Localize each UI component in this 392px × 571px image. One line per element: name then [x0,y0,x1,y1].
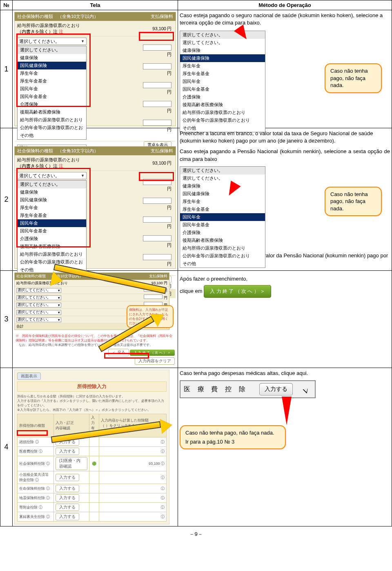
list-item[interactable]: 給与所得の源泉徴収票のとおり [18,250,86,258]
dropdown-list-2[interactable]: 選択してください。 健康保険 国民健康保険 厚生年金 厚生年金基金 国民年金 国… [17,180,87,274]
list-item[interactable]: 介護保険 [18,235,86,243]
input-button[interactable]: 入力する [56,448,79,455]
doc-table: № Tela Método de Operação 1 社会保険料の種類 （全角… [0,0,392,526]
amount-input[interactable] [143,120,172,126]
list-item[interactable]: 選択してください。 [180,167,265,174]
amount-input[interactable] [143,216,172,223]
row-num-2: 2 [0,128,13,271]
col-num: № [0,0,13,10]
op-text: Caso esteja pagando o seguro nacional de… [180,12,390,27]
list-item[interactable]: 国民年金 [18,219,86,227]
dropdown[interactable]: 選択してください。▾ [16,295,61,300]
dropdown[interactable]: 選択してください。▾ [16,288,61,293]
dropdown-1[interactable]: 選択してください。▼ [17,172,87,179]
dropdown-1[interactable]: 選択してください。▼ [17,38,87,45]
submit-button[interactable]: 入 力 終 了 （ 次 へ ） ＞ [130,350,175,356]
list-item[interactable]: 給与所得の源泉徴収票のとおり [18,116,86,124]
back-button[interactable]: ＜ 戻る [108,349,129,356]
list-item[interactable]: 厚生年金基金 [180,70,265,78]
chevron-down-icon: ▾ [58,288,60,292]
amount-input[interactable] [143,45,172,51]
list-item[interactable]: 厚生年金基金 [180,205,265,213]
list-item[interactable]: 国民年金基金 [18,93,86,100]
amount-input[interactable] [143,82,172,88]
op-text: Caso esteja pagando a Pensão Nacional (k… [180,148,390,163]
list-item[interactable]: 介護保険 [18,100,86,108]
input-button[interactable]: 入力する [56,504,79,511]
list-item[interactable]: 選択してください。 [18,181,86,188]
dropdown-list-1[interactable]: 選択してください。 健康保険 国民健康保険 厚生年金 厚生年金基金 国民年金 国… [17,46,87,140]
list-item[interactable]: 介護保険 [180,229,265,236]
chevron-down-icon: ▾ [58,296,60,300]
list-item[interactable]: 国民年金基金 [18,227,86,235]
input-button[interactable]: 入力する [56,494,79,502]
amount-input[interactable] [144,294,163,299]
list-item[interactable]: 健康保険 [180,182,265,190]
list-item[interactable]: 国民健康保険 [18,62,86,69]
list-item[interactable]: 公的年金等の源泉徴収票のとおり [180,116,265,124]
input-button[interactable]: 入力する [56,513,79,520]
red-arrow-icon [282,397,292,425]
list-item[interactable]: 健康保険 [18,54,86,62]
amount-input[interactable] [143,179,172,185]
list-item[interactable]: 選択してください。 [180,39,265,47]
list-item[interactable]: 健康保険 [180,47,265,54]
list-item[interactable]: 厚生年金基金 [18,77,86,85]
list-item[interactable]: 介護保険 [180,93,265,101]
list-item[interactable]: 選択してください。 [180,174,265,182]
list-item[interactable]: 厚生年金 [18,69,86,77]
list-item[interactable]: その他 [180,260,265,268]
dropdown[interactable]: 選択してください。▾ [16,317,61,322]
link-button[interactable]: 画面表示 [17,372,41,380]
list-item[interactable]: 給与所得の源泉徴収票のとおり [180,109,265,116]
list-item[interactable]: 選択してください。 [180,31,265,39]
amount-input[interactable] [143,235,172,241]
content-button[interactable]: (1)医療・内容確認 [56,457,87,470]
jp-line2: （内書きを除く）注 [17,163,58,168]
callout-bubble: Caso não tenha pago, não faça nada. [325,63,382,93]
clear-button[interactable]: 入力内容をクリア [135,357,175,365]
list-item[interactable]: 厚生年金 [18,204,86,212]
dropdown[interactable]: 選択してください。▾ [16,303,61,308]
list-item[interactable]: 後期高齢者医療保険 [180,236,265,244]
input-button[interactable]: 入力する [259,383,293,395]
amount-input[interactable] [143,198,172,204]
submit-button[interactable]: 入 力 終 了 （ 次 へ ） ＞ [204,285,271,298]
amount-input[interactable] [143,101,172,107]
list-item[interactable]: 国民年金基金 [180,221,265,229]
list-item[interactable]: 国民年金基金 [180,85,265,93]
list-item[interactable]: 公的年金等の源泉徴収票のとお [18,124,86,132]
list-item[interactable]: 厚生年金 [180,198,265,205]
amount-input[interactable] [143,63,172,69]
list-item[interactable]: 国民年金 [18,85,86,93]
list-item[interactable]: 厚生年金基金 [18,212,86,219]
list-item[interactable]: 国民年金 [180,213,265,221]
list-item[interactable]: 給与所得の源泉徴収票のとおり [180,244,265,252]
list-item[interactable]: 国民健康保険 [180,54,265,62]
dropdown[interactable]: 選択してください。▾ [16,310,61,315]
list-item[interactable]: 選択してください。 [18,46,86,54]
list-item[interactable]: 国民健康保険 [18,196,86,204]
input-button[interactable]: 入力する [56,485,79,492]
list-item[interactable]: 公的年金等の源泉徴収票のとおり [180,252,265,260]
list-item[interactable]: 後期高齢者医療保険 [18,108,86,116]
amount-input[interactable] [143,254,172,260]
list-item[interactable]: 後期高齢者医療保険 [18,243,86,250]
input-button[interactable]: 入力する [56,438,79,446]
dropdown-list-expanded-2[interactable]: 選択してください。 選択してください。 健康保険 国民健康保険 厚生年金 厚生年… [180,166,265,268]
list-item[interactable]: 公的年金等の源泉徴収票のとお [18,258,86,266]
dropdown-list-expanded[interactable]: 選択してください。 選択してください。 健康保険 国民健康保険 厚生年金 厚生年… [180,31,265,132]
cursor-icon [303,386,310,395]
list-item[interactable]: 国民健康保険 [180,190,265,198]
op-text: clique em [180,288,203,294]
input-button[interactable]: 入力する [56,474,79,481]
list-item[interactable]: 厚生年金 [180,62,265,70]
list-item[interactable]: その他 [18,132,86,139]
list-item[interactable]: 健康保険 [18,188,86,196]
medical-deduction-bar: 医 療 費 控 除 入力する [180,380,316,398]
amount-input[interactable] [144,287,163,292]
col-hdr-1: 社会保険料の種類 （全角10文字以内） [17,13,98,20]
chevron-down-icon: ▼ [81,39,85,43]
list-item[interactable]: 国民年金 [180,78,265,85]
list-item[interactable]: 後期高齢者医療保険 [180,101,265,109]
